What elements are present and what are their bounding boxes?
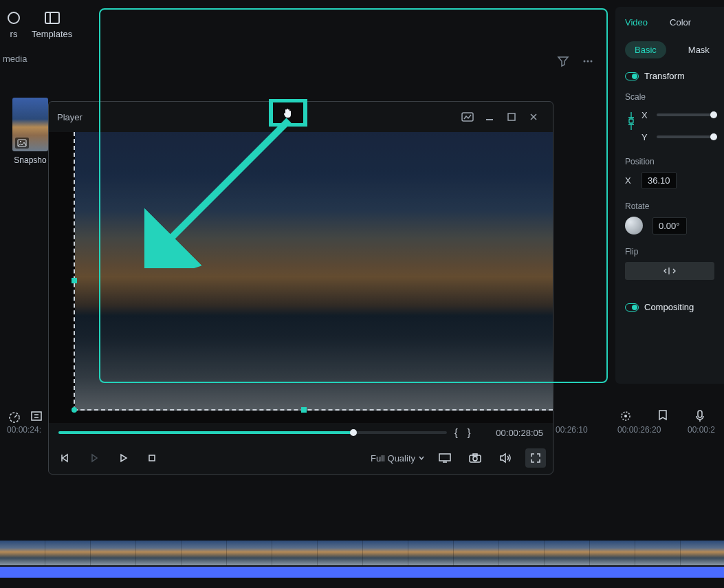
clip-thumb[interactable] bbox=[408, 541, 454, 565]
media-thumbnail[interactable] bbox=[12, 98, 48, 151]
timeline-clip-strip[interactable] bbox=[0, 541, 724, 567]
svg-point-5 bbox=[591, 61, 593, 63]
lock-icon[interactable] bbox=[626, 111, 636, 131]
player-canvas[interactable] bbox=[49, 132, 553, 423]
svg-rect-1 bbox=[45, 12, 59, 23]
quality-dropdown[interactable]: Full Quality bbox=[371, 453, 425, 464]
toolbar-label: rs bbox=[10, 29, 18, 39]
scale-y-label: Y bbox=[641, 132, 651, 142]
rotate-value[interactable]: 0.00° bbox=[652, 217, 687, 235]
maximize-icon[interactable] bbox=[501, 107, 523, 127]
player-titlebar: Player bbox=[49, 102, 553, 132]
scale-y-slider[interactable] bbox=[657, 135, 714, 138]
clip-thumb[interactable] bbox=[499, 541, 545, 565]
circle-icon bbox=[6, 10, 22, 26]
clip-thumb[interactable] bbox=[590, 541, 635, 565]
scale-x-label: X bbox=[641, 110, 651, 120]
clip-thumb[interactable] bbox=[454, 541, 499, 565]
prev-frame-button[interactable] bbox=[56, 448, 75, 468]
minimize-icon[interactable] bbox=[479, 107, 501, 127]
svg-rect-19 bbox=[629, 119, 633, 123]
player-title: Player bbox=[57, 112, 83, 122]
timeline-ruler[interactable]: 00:00:24: 00:26:10 00:00:26:20 00:00:2 bbox=[0, 422, 724, 437]
svg-line-21 bbox=[14, 415, 17, 417]
clip-thumb[interactable] bbox=[635, 541, 681, 565]
scope-icon[interactable] bbox=[457, 107, 479, 127]
clip-thumb[interactable] bbox=[136, 541, 182, 565]
rotate-knob[interactable] bbox=[625, 217, 643, 235]
clip-selection-bar[interactable] bbox=[0, 567, 724, 578]
toolbar-item-left[interactable]: rs bbox=[6, 10, 22, 39]
compositing-toggle[interactable] bbox=[625, 303, 639, 312]
flip-label: Flip bbox=[625, 247, 714, 257]
svg-point-7 bbox=[20, 141, 21, 142]
clip-thumb[interactable] bbox=[0, 541, 45, 565]
filter-icon[interactable] bbox=[557, 55, 569, 67]
svg-point-3 bbox=[584, 61, 586, 63]
flip-horizontal-button[interactable] bbox=[625, 262, 714, 280]
ruler-tick: 00:26:10 bbox=[556, 425, 588, 435]
play-back-button[interactable] bbox=[85, 448, 104, 468]
annotation-highlight bbox=[269, 99, 307, 127]
svg-point-4 bbox=[587, 61, 589, 63]
slider-thumb-x[interactable] bbox=[710, 111, 717, 118]
rotate-label: Rotate bbox=[625, 202, 714, 211]
subtab-mask[interactable]: Mask bbox=[679, 41, 719, 58]
quality-label: Full Quality bbox=[371, 453, 415, 464]
hand-icon[interactable] bbox=[282, 107, 294, 119]
chevron-down-icon bbox=[418, 455, 425, 461]
templates-icon bbox=[44, 10, 61, 26]
svg-rect-13 bbox=[439, 454, 450, 461]
fullscreen-button[interactable] bbox=[525, 448, 546, 468]
position-x-value[interactable]: 36.10 bbox=[641, 172, 677, 189]
thumb-label: Snapsho bbox=[12, 155, 48, 165]
templates-button[interactable]: Templates bbox=[32, 10, 72, 39]
selection-edge-left bbox=[74, 132, 75, 411]
ruler-tick: 00:00:2 bbox=[688, 425, 715, 435]
templates-label: Templates bbox=[32, 29, 72, 39]
handle-left[interactable] bbox=[72, 278, 77, 283]
cast-icon[interactable] bbox=[435, 448, 455, 468]
ruler-tick: 00:00:26:20 bbox=[617, 425, 661, 435]
svg-point-16 bbox=[473, 457, 477, 461]
tab-video[interactable]: Video bbox=[625, 17, 648, 28]
clip-thumb[interactable] bbox=[318, 541, 363, 565]
flip-horizontal-icon bbox=[663, 266, 676, 276]
svg-point-24 bbox=[624, 415, 627, 417]
media-label: media bbox=[3, 54, 27, 64]
position-label: Position bbox=[625, 157, 714, 166]
more-icon[interactable] bbox=[582, 55, 594, 67]
section-compositing[interactable]: Compositing bbox=[615, 299, 724, 315]
tab-color[interactable]: Color bbox=[670, 17, 691, 28]
svg-rect-12 bbox=[149, 455, 155, 461]
slider-thumb-y[interactable] bbox=[710, 133, 717, 140]
compositing-label: Compositing bbox=[644, 302, 694, 312]
ruler-tick: 00:00:24: bbox=[7, 425, 41, 435]
clip-thumb[interactable] bbox=[681, 541, 724, 565]
video-preview[interactable] bbox=[75, 132, 553, 411]
clip-thumb[interactable] bbox=[363, 541, 408, 565]
section-transform[interactable]: Transform bbox=[615, 68, 724, 84]
stop-button[interactable] bbox=[142, 448, 162, 468]
clip-thumb[interactable] bbox=[45, 541, 91, 565]
clip-thumb[interactable] bbox=[182, 541, 227, 565]
svg-point-0 bbox=[8, 12, 19, 23]
clip-thumb[interactable] bbox=[272, 541, 318, 565]
scale-label: Scale bbox=[625, 92, 714, 102]
clip-thumb[interactable] bbox=[545, 541, 590, 565]
transform-label: Transform bbox=[644, 71, 685, 81]
close-icon[interactable] bbox=[523, 107, 545, 127]
clip-thumb[interactable] bbox=[91, 541, 136, 565]
subtab-basic[interactable]: Basic bbox=[625, 41, 666, 58]
scale-x-slider[interactable] bbox=[657, 113, 714, 116]
svg-rect-10 bbox=[508, 113, 515, 120]
play-button[interactable] bbox=[113, 448, 133, 468]
clip-thumb[interactable] bbox=[227, 541, 272, 565]
svg-rect-25 bbox=[698, 411, 702, 417]
image-icon bbox=[15, 138, 29, 149]
transform-toggle[interactable] bbox=[625, 72, 639, 80]
svg-rect-22 bbox=[32, 412, 41, 420]
inspector-panel: Video Color Basic Mask A Transform Scale… bbox=[615, 7, 724, 384]
snapshot-icon[interactable] bbox=[465, 448, 485, 468]
volume-icon[interactable] bbox=[495, 448, 516, 468]
